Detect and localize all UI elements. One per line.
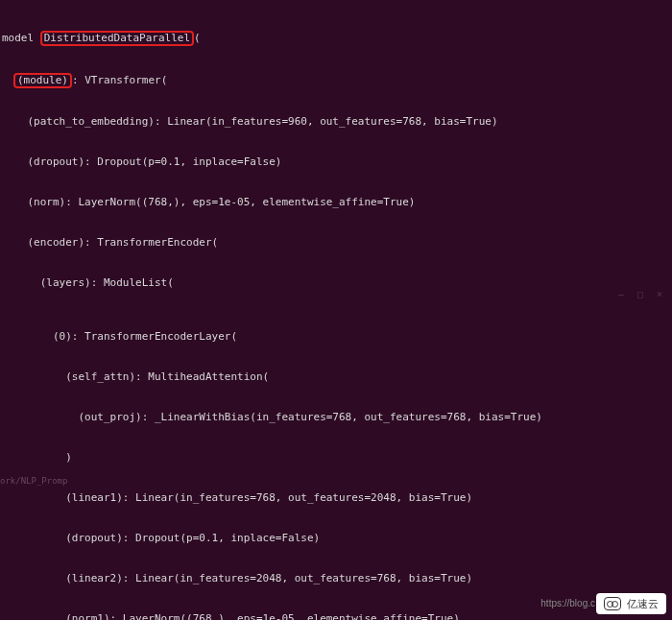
highlight-ddp: DistributedDataParallel (40, 31, 194, 46)
line: (patch_to_embedding): Linear(in_features… (2, 115, 672, 129)
line: (linear2): Linear(in_features=2048, out_… (2, 572, 672, 585)
background-window-controls: — □ × (618, 288, 666, 301)
watermark: 亿速云 (596, 593, 666, 614)
blog-url: https://blog.c (540, 597, 595, 610)
line: ) (2, 451, 672, 465)
line: (out_proj): _LinearWithBias(in_features=… (2, 411, 672, 424)
line-model-header: model DistributedDataParallel( (2, 31, 672, 46)
watermark-brand: 亿速云 (627, 597, 659, 610)
line: (dropout): Dropout(p=0.1, inplace=False) (2, 532, 672, 545)
line: (linear1): Linear(in_features=768, out_f… (2, 491, 672, 505)
highlight-module: (module) (13, 73, 72, 88)
line: (dropout): Dropout(p=0.1, inplace=False) (2, 155, 672, 169)
watermark-logo-icon (604, 597, 621, 610)
line: (encoder): TransformerEncoder( (2, 236, 672, 250)
line: (layers): ModuleList( (2, 276, 672, 290)
background-left-text: ork/NLP_Promp (0, 474, 67, 488)
line: (self_attn): MultiheadAttention( (2, 370, 672, 384)
layer-0-head: (0): TransformerEncoderLayer( (2, 330, 672, 344)
terminal-output: model DistributedDataParallel( (module):… (2, 4, 672, 620)
line-module-header: (module): VTransformer( (2, 73, 672, 88)
line: (norm): LayerNorm((768,), eps=1e-05, ele… (2, 196, 672, 209)
line: (norm1): LayerNorm((768,), eps=1e-05, el… (2, 612, 672, 620)
